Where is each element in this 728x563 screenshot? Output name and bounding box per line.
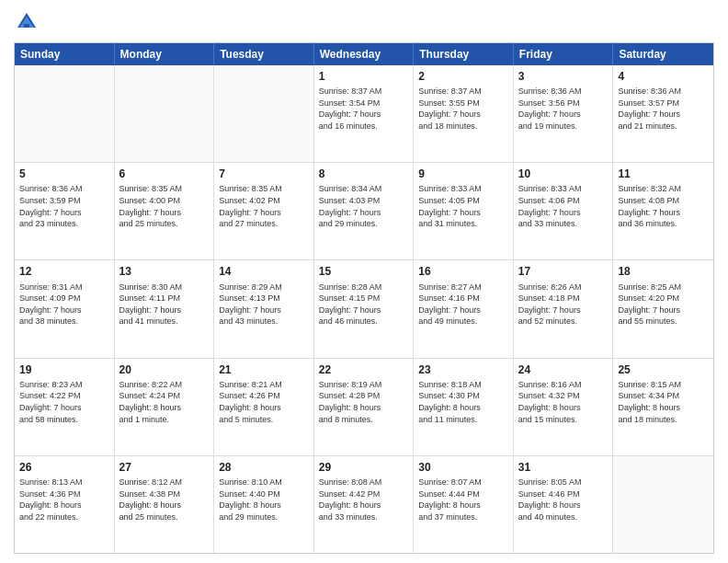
cal-cell-1-1: 6Sunrise: 8:35 AM Sunset: 4:00 PM Daylig… xyxy=(115,163,215,259)
cal-cell-3-6: 25Sunrise: 8:15 AM Sunset: 4:34 PM Dayli… xyxy=(613,359,713,455)
day-info: Sunrise: 8:36 AM Sunset: 3:57 PM Dayligh… xyxy=(618,86,709,132)
day-number: 11 xyxy=(618,167,709,181)
day-info: Sunrise: 8:25 AM Sunset: 4:20 PM Dayligh… xyxy=(618,282,709,327)
cal-cell-1-5: 10Sunrise: 8:33 AM Sunset: 4:06 PM Dayli… xyxy=(514,163,614,259)
day-number: 21 xyxy=(219,362,309,377)
day-number: 13 xyxy=(119,264,210,279)
week-row-2: 12Sunrise: 8:31 AM Sunset: 4:09 PM Dayli… xyxy=(15,260,713,358)
cal-cell-2-0: 12Sunrise: 8:31 AM Sunset: 4:09 PM Dayli… xyxy=(15,260,115,357)
day-info: Sunrise: 8:31 AM Sunset: 4:09 PM Dayligh… xyxy=(19,282,109,327)
day-number: 3 xyxy=(518,69,609,84)
cal-cell-3-3: 22Sunrise: 8:19 AM Sunset: 4:28 PM Dayli… xyxy=(314,359,415,455)
svg-rect-2 xyxy=(24,24,29,28)
day-info: Sunrise: 8:36 AM Sunset: 3:56 PM Dayligh… xyxy=(518,86,609,132)
day-info: Sunrise: 8:21 AM Sunset: 4:26 PM Dayligh… xyxy=(219,379,309,425)
day-number: 6 xyxy=(119,167,210,181)
day-number: 17 xyxy=(518,264,609,279)
day-number: 10 xyxy=(518,167,609,181)
cal-cell-0-5: 3Sunrise: 8:36 AM Sunset: 3:56 PM Daylig… xyxy=(514,65,614,162)
header-day-thursday: Thursday xyxy=(414,43,514,65)
header-day-wednesday: Wednesday xyxy=(314,43,415,65)
day-info: Sunrise: 8:29 AM Sunset: 4:13 PM Dayligh… xyxy=(219,282,309,327)
day-number: 7 xyxy=(219,167,309,181)
day-info: Sunrise: 8:37 AM Sunset: 3:54 PM Dayligh… xyxy=(319,86,409,132)
cal-cell-3-1: 20Sunrise: 8:22 AM Sunset: 4:24 PM Dayli… xyxy=(115,359,215,455)
day-number: 18 xyxy=(618,264,709,279)
logo-icon xyxy=(14,9,40,35)
day-info: Sunrise: 8:15 AM Sunset: 4:34 PM Dayligh… xyxy=(618,379,709,425)
day-number: 4 xyxy=(618,69,709,84)
cal-cell-1-4: 9Sunrise: 8:33 AM Sunset: 4:05 PM Daylig… xyxy=(414,163,514,259)
day-number: 30 xyxy=(418,460,508,475)
cal-cell-2-2: 14Sunrise: 8:29 AM Sunset: 4:13 PM Dayli… xyxy=(214,260,314,357)
calendar: SundayMondayTuesdayWednesdayThursdayFrid… xyxy=(14,42,714,554)
day-info: Sunrise: 8:34 AM Sunset: 4:03 PM Dayligh… xyxy=(319,183,409,229)
header-day-saturday: Saturday xyxy=(613,43,713,65)
day-number: 14 xyxy=(219,264,309,279)
header xyxy=(14,9,714,35)
cal-cell-4-0: 26Sunrise: 8:13 AM Sunset: 4:36 PM Dayli… xyxy=(15,456,115,553)
day-number: 20 xyxy=(119,362,210,377)
header-day-sunday: Sunday xyxy=(15,43,115,65)
calendar-body: 1Sunrise: 8:37 AM Sunset: 3:54 PM Daylig… xyxy=(15,65,713,553)
cal-cell-4-5: 31Sunrise: 8:05 AM Sunset: 4:46 PM Dayli… xyxy=(514,456,614,553)
cal-cell-0-0 xyxy=(15,65,115,162)
day-info: Sunrise: 8:13 AM Sunset: 4:36 PM Dayligh… xyxy=(19,477,109,523)
header-day-tuesday: Tuesday xyxy=(214,43,314,65)
day-info: Sunrise: 8:05 AM Sunset: 4:46 PM Dayligh… xyxy=(518,477,609,523)
day-info: Sunrise: 8:30 AM Sunset: 4:11 PM Dayligh… xyxy=(119,282,210,327)
day-info: Sunrise: 8:33 AM Sunset: 4:05 PM Dayligh… xyxy=(418,183,508,229)
logo xyxy=(14,9,43,35)
day-info: Sunrise: 8:22 AM Sunset: 4:24 PM Dayligh… xyxy=(119,379,210,425)
cal-cell-3-0: 19Sunrise: 8:23 AM Sunset: 4:22 PM Dayli… xyxy=(15,359,115,455)
day-number: 16 xyxy=(418,264,508,279)
week-row-0: 1Sunrise: 8:37 AM Sunset: 3:54 PM Daylig… xyxy=(15,65,713,163)
cal-cell-2-3: 15Sunrise: 8:28 AM Sunset: 4:15 PM Dayli… xyxy=(314,260,415,357)
day-info: Sunrise: 8:10 AM Sunset: 4:40 PM Dayligh… xyxy=(219,477,309,523)
week-row-4: 26Sunrise: 8:13 AM Sunset: 4:36 PM Dayli… xyxy=(15,456,713,553)
day-info: Sunrise: 8:26 AM Sunset: 4:18 PM Dayligh… xyxy=(518,282,609,327)
day-info: Sunrise: 8:12 AM Sunset: 4:38 PM Dayligh… xyxy=(119,477,210,523)
day-number: 26 xyxy=(19,460,109,475)
day-number: 27 xyxy=(119,460,210,475)
day-number: 29 xyxy=(319,460,409,475)
day-number: 31 xyxy=(518,460,609,475)
cal-cell-1-3: 8Sunrise: 8:34 AM Sunset: 4:03 PM Daylig… xyxy=(314,163,415,259)
day-number: 2 xyxy=(418,69,508,84)
header-day-monday: Monday xyxy=(115,43,215,65)
day-info: Sunrise: 8:19 AM Sunset: 4:28 PM Dayligh… xyxy=(319,379,409,425)
cal-cell-0-6: 4Sunrise: 8:36 AM Sunset: 3:57 PM Daylig… xyxy=(613,65,713,162)
day-info: Sunrise: 8:32 AM Sunset: 4:08 PM Dayligh… xyxy=(618,183,709,229)
day-number: 12 xyxy=(19,264,109,279)
day-info: Sunrise: 8:23 AM Sunset: 4:22 PM Dayligh… xyxy=(19,379,109,425)
day-info: Sunrise: 8:35 AM Sunset: 4:02 PM Dayligh… xyxy=(219,183,309,229)
cal-cell-0-2 xyxy=(214,65,314,162)
day-info: Sunrise: 8:35 AM Sunset: 4:00 PM Dayligh… xyxy=(119,183,210,229)
day-info: Sunrise: 8:36 AM Sunset: 3:59 PM Dayligh… xyxy=(19,183,109,229)
day-number: 8 xyxy=(319,167,409,181)
day-info: Sunrise: 8:18 AM Sunset: 4:30 PM Dayligh… xyxy=(418,379,508,425)
cal-cell-2-6: 18Sunrise: 8:25 AM Sunset: 4:20 PM Dayli… xyxy=(613,260,713,357)
cal-cell-2-4: 16Sunrise: 8:27 AM Sunset: 4:16 PM Dayli… xyxy=(414,260,514,357)
day-info: Sunrise: 8:28 AM Sunset: 4:15 PM Dayligh… xyxy=(319,282,409,327)
cal-cell-0-3: 1Sunrise: 8:37 AM Sunset: 3:54 PM Daylig… xyxy=(314,65,415,162)
header-day-friday: Friday xyxy=(514,43,614,65)
day-number: 9 xyxy=(418,167,508,181)
cal-cell-1-2: 7Sunrise: 8:35 AM Sunset: 4:02 PM Daylig… xyxy=(214,163,314,259)
day-info: Sunrise: 8:07 AM Sunset: 4:44 PM Dayligh… xyxy=(418,477,508,523)
day-number: 22 xyxy=(319,362,409,377)
cal-cell-3-4: 23Sunrise: 8:18 AM Sunset: 4:30 PM Dayli… xyxy=(414,359,514,455)
day-number: 5 xyxy=(19,167,109,181)
day-info: Sunrise: 8:08 AM Sunset: 4:42 PM Dayligh… xyxy=(319,477,409,523)
cal-cell-4-1: 27Sunrise: 8:12 AM Sunset: 4:38 PM Dayli… xyxy=(115,456,215,553)
cal-cell-1-6: 11Sunrise: 8:32 AM Sunset: 4:08 PM Dayli… xyxy=(613,163,713,259)
cal-cell-1-0: 5Sunrise: 8:36 AM Sunset: 3:59 PM Daylig… xyxy=(15,163,115,259)
day-number: 25 xyxy=(618,362,709,377)
day-number: 23 xyxy=(418,362,508,377)
cal-cell-3-2: 21Sunrise: 8:21 AM Sunset: 4:26 PM Dayli… xyxy=(214,359,314,455)
page: SundayMondayTuesdayWednesdayThursdayFrid… xyxy=(0,0,728,563)
week-row-3: 19Sunrise: 8:23 AM Sunset: 4:22 PM Dayli… xyxy=(15,359,713,456)
day-info: Sunrise: 8:37 AM Sunset: 3:55 PM Dayligh… xyxy=(418,86,508,132)
day-info: Sunrise: 8:33 AM Sunset: 4:06 PM Dayligh… xyxy=(518,183,609,229)
cal-cell-2-5: 17Sunrise: 8:26 AM Sunset: 4:18 PM Dayli… xyxy=(514,260,614,357)
